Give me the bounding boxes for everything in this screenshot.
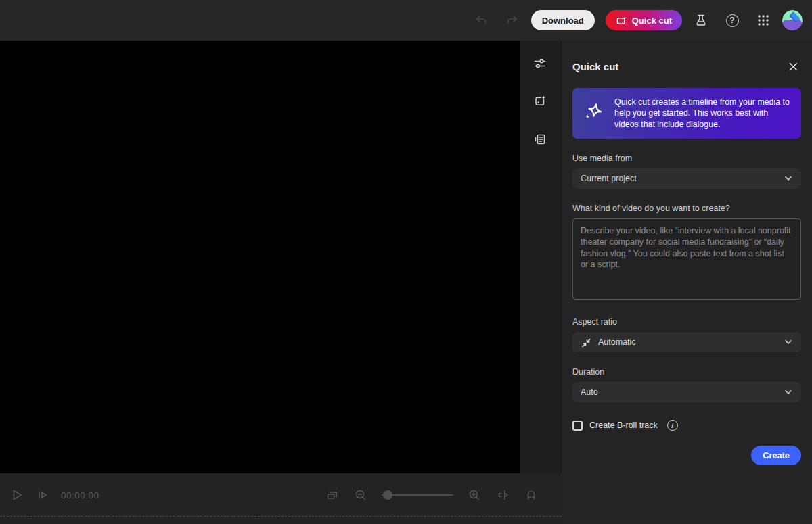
- media-source-select[interactable]: Current project: [572, 168, 801, 189]
- timeline-drop-zone-border: [0, 516, 562, 517]
- panel-title: Quick cut: [572, 61, 618, 72]
- top-bar-actions: Download Quick cut ?: [469, 0, 803, 41]
- split-clip-icon[interactable]: [495, 487, 510, 502]
- aspect-ratio-select[interactable]: Automatic: [572, 332, 801, 352]
- quick-cut-icon: [616, 15, 627, 26]
- chevron-down-icon: [784, 174, 793, 183]
- playback-controls: 00:00:00: [9, 473, 99, 517]
- avatar[interactable]: [782, 10, 803, 30]
- duration-value: Auto: [581, 387, 598, 397]
- zoom-slider-knob[interactable]: [383, 490, 392, 500]
- zoom-out-icon[interactable]: [353, 487, 368, 502]
- timecode: 00:00:00: [61, 490, 99, 500]
- create-button[interactable]: Create: [751, 446, 801, 465]
- prompt-input[interactable]: [572, 218, 801, 300]
- fit-timeline-icon[interactable]: [325, 487, 340, 502]
- close-icon[interactable]: [785, 58, 801, 74]
- redo-icon[interactable]: [500, 8, 524, 32]
- top-bar: Download Quick cut ?: [0, 0, 812, 41]
- play-icon[interactable]: [9, 487, 24, 502]
- create-row: Create: [572, 446, 801, 465]
- broll-row: Create B-roll track i: [572, 420, 801, 431]
- transcript-icon[interactable]: [529, 128, 551, 150]
- quick-cut-panel: Quick cut Quick cut creates a timeline f…: [562, 41, 812, 524]
- media-source-value: Current project: [581, 174, 637, 183]
- quick-cut-info-banner: Quick cut creates a timeline from your m…: [572, 88, 801, 139]
- duration-label: Duration: [572, 367, 801, 377]
- sparkle-icon: [572, 101, 614, 126]
- banner-text: Quick cut creates a timeline from your m…: [614, 97, 801, 130]
- timeline-zoom-slider[interactable]: [382, 490, 453, 500]
- video-preview[interactable]: [0, 41, 520, 473]
- undo-icon[interactable]: [469, 8, 493, 32]
- help-icon[interactable]: ?: [720, 8, 744, 32]
- adjust-sliders-icon[interactable]: [529, 53, 551, 74]
- experiments-flask-icon[interactable]: [689, 8, 713, 32]
- prompt-label: What kind of video do you want to create…: [572, 204, 801, 213]
- aspect-ratio-label: Aspect ratio: [572, 317, 801, 327]
- loop-playback-icon[interactable]: [35, 487, 50, 502]
- help-glyph: ?: [726, 14, 739, 27]
- magnet-snap-icon[interactable]: [524, 487, 539, 502]
- download-button[interactable]: Download: [531, 10, 595, 30]
- ai-edit-icon[interactable]: [529, 91, 551, 112]
- transport-bar: 00:00:00: [0, 473, 562, 524]
- media-source-label: Use media from: [572, 153, 801, 163]
- timeline-zoom-controls: [325, 473, 539, 517]
- chevron-down-icon: [784, 337, 793, 347]
- quick-cut-button-label: Quick cut: [632, 16, 672, 26]
- broll-label: Create B-roll track: [589, 421, 658, 430]
- duration-select[interactable]: Auto: [572, 382, 801, 402]
- aspect-ratio-value: Automatic: [598, 337, 636, 347]
- panel-header: Quick cut: [572, 58, 801, 74]
- info-icon[interactable]: i: [667, 420, 678, 431]
- zoom-in-icon[interactable]: [467, 487, 482, 502]
- side-tool-strip: [520, 41, 562, 473]
- broll-checkbox[interactable]: [572, 421, 583, 431]
- aspect-automatic-icon: [581, 337, 592, 348]
- quick-cut-button[interactable]: Quick cut: [606, 10, 682, 30]
- apps-grid-icon[interactable]: [751, 8, 775, 32]
- chevron-down-icon: [784, 387, 793, 397]
